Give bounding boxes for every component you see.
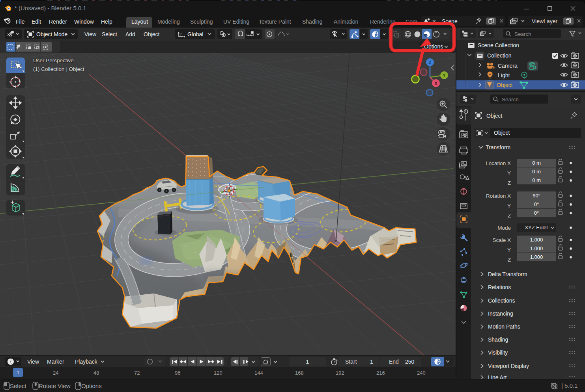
svg-text:Camera: Camera bbox=[498, 63, 518, 69]
svg-text:X: X bbox=[434, 81, 437, 86]
svg-text:Y: Y bbox=[443, 73, 446, 78]
svg-text:Light: Light bbox=[498, 72, 510, 78]
svg-text:Scene Collection: Scene Collection bbox=[478, 42, 519, 48]
svg-text:Z: Z bbox=[428, 60, 431, 65]
svg-text:Object: Object bbox=[497, 82, 513, 88]
svg-text:Collection: Collection bbox=[487, 52, 511, 59]
